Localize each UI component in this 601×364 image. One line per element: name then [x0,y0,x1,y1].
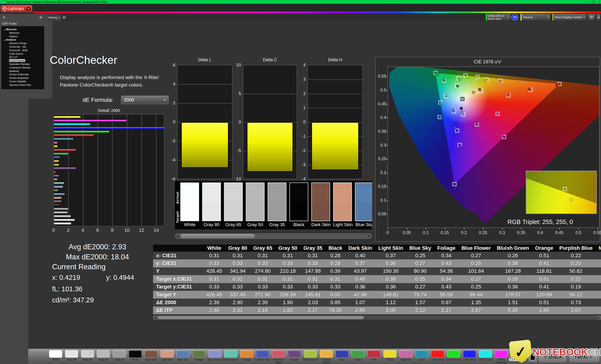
sidebar-item-screen-uniformity[interactable]: Screen Uniformity [2,73,44,76]
meter-count-badge[interactable]: 233 [511,14,518,20]
patch-button-orange[interactable]: Orange [239,349,254,364]
collapse-right-panel-button[interactable]: ◀ [596,14,601,21]
settings-button[interactable]: ⚙ [587,14,595,21]
sidebar-item-welcome[interactable]: ◢Welcome [2,28,44,31]
table-cell: 0.33 [275,259,300,267]
patch-button-yellow-green[interactable]: Yellow Green [303,349,318,364]
patch-button-yellow[interactable]: Yellow [382,349,398,364]
patch-button-100-blue[interactable]: 100% Blue [462,349,477,364]
sidebar-item-color-gamut[interactable]: Color Gamut [2,52,44,56]
tree-expand-icon[interactable]: ◢ [4,29,5,30]
patch-button-moderate-red[interactable]: Moderate Red [271,349,286,364]
swatch-white [180,182,199,221]
table-scroll-thumb[interactable] [158,316,364,319]
table-column-header: Gray 35 [300,245,326,252]
meter-dropdown[interactable]: X-Rite i1Pro 2Direct View ▼ [485,14,511,21]
sidebar-item-grayscale-multi[interactable]: Grayscale - Multi [2,48,44,52]
scroll-right-icon[interactable]: ▶ [597,316,601,320]
chevron-down-icon: ▼ [583,16,586,18]
swatch-scrollbar[interactable]: ◀ ▶ [175,233,372,239]
scroll-left-icon[interactable]: ◀ [153,316,157,320]
sidebar-item-grayscale-2pt[interactable]: Grayscale - 2pt [2,45,44,48]
table-scrollbar[interactable]: ◀ ▶ [153,316,601,320]
sidebar-item-additivity[interactable]: Additivity [2,69,44,73]
de-formula-select[interactable]: 2000▼ [121,96,169,104]
patch-button-blue-flower[interactable]: Blue Flower [207,349,222,364]
patch-button-100-magenta[interactable]: 100% Magenta [494,349,509,364]
sidebar-item-analysis[interactable]: ◢Analysis [2,38,44,41]
table-cell: 0.31 [203,275,225,283]
patch-button-cyan[interactable]: Cyan [414,349,429,364]
sidebar-item-welcome[interactable]: Welcome [2,31,44,35]
sidebar-item-colorchecker[interactable]: ColorChecker [2,59,44,62]
table-cell: 209.39 [275,291,300,298]
patch-button-green[interactable]: Green [351,349,366,364]
patch-button-black[interactable]: Black [128,349,143,364]
patch-button-red[interactable]: Red [366,349,381,364]
patch-button-gray-65[interactable]: Gray 65 [80,349,95,364]
patch-button-white[interactable]: White [48,349,63,364]
patch-button-gray-80[interactable]: Gray 80 [64,349,79,364]
chevron-left-icon: « [542,353,548,360]
cie-measured-marker [456,85,459,87]
tab-history-1[interactable]: History 1 [47,14,61,21]
panel-options-button[interactable]: ● [2,15,6,19]
sidebar-item-dynamic-range[interactable]: Dynamic Range [2,41,44,45]
delta-chart-title: Delta L [177,57,232,62]
patch-swatch [367,350,381,358]
source-dropdown[interactable]: Source ▼ [520,14,551,21]
sidebar-item-screen-stability[interactable]: Screen Stability [2,80,44,83]
patch-button-blue-sky[interactable]: Blue Sky [175,349,190,364]
patch-button-100-yellow[interactable]: 100% Yellow [510,349,525,364]
delta-axis-tick: 2 [296,91,306,96]
scroll-left-icon[interactable]: ◀ [175,233,180,239]
patch-button-dark-skin[interactable]: Dark Skin [144,349,159,364]
table-cell: 0.25 [406,252,434,259]
patch-button-100-cyan[interactable]: 100% Cyan [478,349,493,364]
table-row: Target Y426.45337.45271.90209.39145.810.… [153,291,601,298]
sidebar-item-3d-lut[interactable]: 3D LUT [2,55,44,59]
scroll-right-icon[interactable]: ▶ [367,233,372,239]
table-cell: 118.81 [532,267,556,275]
calman-menu-button[interactable]: calman ▼ [1,5,32,12]
table-cell: 2.46 [203,307,225,314]
patch-button-light-skin[interactable]: Light Skin [160,349,175,364]
add-tab-button[interactable]: + [62,15,66,19]
panel-collapse-icon[interactable]: ◀ [39,15,43,20]
swatch-label: Dark Skin [311,222,330,227]
minimize-icon[interactable]: – [588,0,589,4]
table-cell: 1.82 [275,307,300,314]
table-cell: 0.39 [325,267,345,275]
display-control-dropdown[interactable]: Direct Display Control ▼ [552,14,586,21]
table-cell: 0.33 [225,283,250,291]
patch-label: Bluish Green [222,358,239,361]
back-button[interactable]: « Back [538,350,567,363]
patch-button-purple[interactable]: Purple [287,349,302,364]
patch-button-purplish-blue[interactable]: Purplish Blue [255,349,270,364]
patch-button-100-green[interactable]: 100% Green [446,349,461,364]
pattern-window-button[interactable] [528,350,538,363]
sidebar-item-luminance-sweeps[interactable]: Luminance Sweeps [2,66,44,69]
maximize-icon[interactable]: ❐ [592,0,595,4]
patch-button-100-red[interactable]: 100% Red [430,349,445,364]
sidebar-item-saturation-sweeps[interactable]: Saturation Sweeps [2,62,44,66]
sidebar-item-screen-angularity[interactable]: Screen Angularity [2,76,44,80]
patch-button-gray-50[interactable]: Gray 50 [96,349,111,364]
sidebar-item-spectral-power-dist-[interactable]: Spectral Power Dist. [2,83,44,87]
patch-swatch [415,350,428,358]
patch-button-foliage[interactable]: Foliage [191,349,206,364]
patch-button-orange-yellow[interactable]: Orange Yellow [319,349,334,364]
patch-swatch [383,350,397,358]
patch-button-gray-35[interactable]: Gray 35 [112,349,127,364]
close-icon[interactable]: ✕ [598,0,600,4]
patch-button-magenta[interactable]: Magenta [398,349,413,364]
patch-button-bluish-green[interactable]: Bluish Green [223,349,238,364]
tree-expand-icon[interactable]: ◢ [4,39,5,41]
table-row-label: ΔE 2000 [153,298,203,306]
cie-measured-marker [478,88,481,91]
sidebar-item-options[interactable]: Options [2,35,44,38]
deltae-axis-tick: 14 [153,228,159,233]
swatch-scroll-thumb[interactable] [180,234,255,239]
patch-button-blue[interactable]: Blue [335,349,350,364]
next-button[interactable]: Next » [569,350,600,363]
